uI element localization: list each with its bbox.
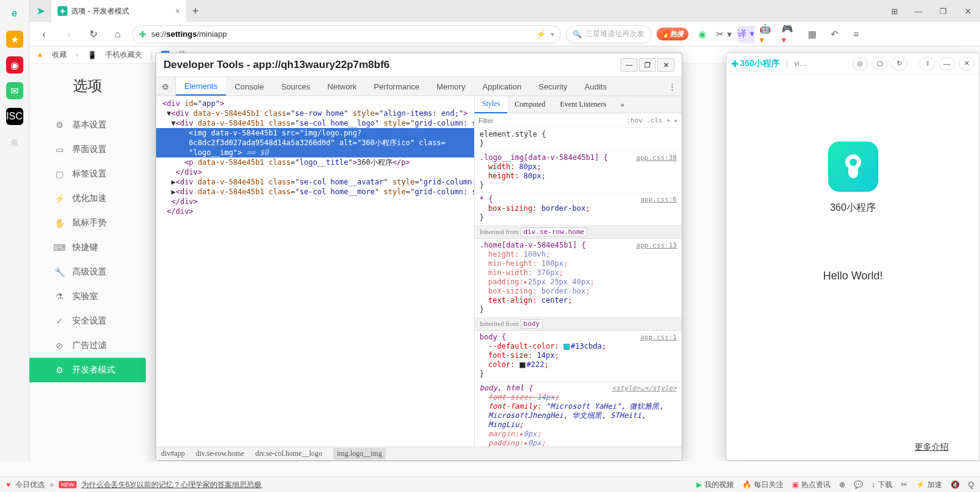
toolbar-robot-icon[interactable]: 🤖 ▾: [760, 26, 777, 43]
add-shortcut-icon[interactable]: ⊕: [6, 134, 23, 151]
hand-icon: ✋: [54, 218, 65, 228]
status-net-icon[interactable]: ⊕: [839, 480, 845, 489]
styles-panel: Styles Computed Event Listeners » :hov .…: [475, 96, 682, 447]
nav-home-button[interactable]: ⌂: [108, 25, 127, 44]
tab-memory[interactable]: Memory: [428, 77, 474, 96]
tab-audits[interactable]: Audits: [576, 77, 615, 96]
url-input[interactable]: ✚ se://settings/miniapp ⚡ ▾: [132, 25, 561, 44]
toolbar-translate-icon[interactable]: 译 ▾: [737, 26, 755, 43]
subtab-more-icon[interactable]: »: [613, 96, 631, 113]
tab-console[interactable]: Console: [226, 77, 273, 96]
nav-forward-button[interactable]: ›: [59, 25, 78, 44]
sidebar-item-basic[interactable]: ⚙基本设置: [54, 113, 146, 137]
status-download[interactable]: ↓下载: [872, 480, 892, 490]
gear-icon: ⚙: [54, 120, 65, 130]
shield-icon: ✓: [54, 316, 65, 326]
tab-application[interactable]: Application: [474, 77, 530, 96]
toolbar-menu-icon[interactable]: ≡: [848, 26, 865, 43]
sidebar-item-shortcut[interactable]: ⌨快捷键: [54, 235, 146, 260]
toolbar-grid-icon[interactable]: ▦: [804, 26, 821, 43]
sidebar-item-developer[interactable]: ⚙开发者模式: [29, 358, 146, 382]
mail-icon[interactable]: ✉: [6, 82, 23, 99]
devtools-maximize-button[interactable]: ❐: [639, 58, 656, 72]
tab-sources[interactable]: Sources: [273, 77, 319, 96]
devtools-minimize-button[interactable]: —: [620, 58, 638, 72]
status-screenshot-icon[interactable]: ✂: [901, 480, 907, 489]
window-close-button[interactable]: ✕: [956, 0, 980, 22]
bookmark-mobile[interactable]: 手机收藏夹: [105, 50, 142, 60]
nav-back-button[interactable]: ‹: [34, 25, 54, 44]
subtab-styles[interactable]: Styles: [475, 96, 507, 113]
bookmark-fav[interactable]: 收藏: [52, 50, 67, 60]
extensions-icon[interactable]: ⊞: [882, 0, 907, 22]
status-speed[interactable]: ⚡加速: [916, 480, 942, 490]
sidebar-item-mouse[interactable]: ✋鼠标手势: [54, 211, 146, 235]
hello-text: Hello World!: [739, 270, 967, 282]
tab-elements[interactable]: Elements: [176, 77, 226, 96]
devtools-more-icon[interactable]: ⋮: [662, 77, 682, 96]
sidebar-item-advanced[interactable]: 🔧高级设置: [54, 260, 146, 284]
window-maximize-button[interactable]: ❐: [931, 0, 956, 22]
shield-icon: ✚: [139, 29, 146, 39]
sidebar-item-optimize[interactable]: ⚡优化加速: [54, 186, 146, 211]
add-rule-icon[interactable]: +: [666, 116, 671, 124]
preview-header[interactable]: ✚ 360小程序 | vi… ◎ 🖵 ↻ ⦀ — ✕: [726, 53, 979, 74]
news-link[interactable]: 为什么会丢失6岁以前的记忆？心理学家的答案细思恐极: [81, 480, 262, 490]
status-chat-icon[interactable]: 💬: [854, 480, 863, 489]
url-dropdown-icon[interactable]: ▾: [551, 30, 554, 39]
more-link[interactable]: 更多介绍: [739, 442, 967, 453]
toolbar-game-icon[interactable]: 🎮 ▾: [782, 26, 799, 43]
new-tab-button[interactable]: +: [186, 2, 205, 20]
devtools-close-button[interactable]: ✕: [657, 58, 674, 72]
hot-search-button[interactable]: 🔥热搜: [657, 28, 688, 40]
preview-minimize-icon[interactable]: —: [939, 57, 955, 70]
search-input[interactable]: 🔍 三星堆遗址再次发: [566, 25, 652, 44]
isc-icon[interactable]: ISC: [6, 108, 23, 125]
expand-icon[interactable]: »: [50, 480, 54, 489]
sidebar-item-security[interactable]: ✓安全设置: [54, 309, 146, 333]
today-label[interactable]: 今日优选: [15, 480, 45, 490]
weibo-icon[interactable]: ◉: [6, 56, 23, 74]
tab-title: 选项 - 开发者模式: [71, 6, 129, 17]
sidebar-item-lab[interactable]: ⚗实验室: [54, 284, 146, 309]
status-daily[interactable]: 🔥每日关注: [742, 480, 783, 490]
status-volume-icon[interactable]: 🔇: [951, 480, 960, 489]
subtab-eventlisteners[interactable]: Event Listeners: [552, 96, 613, 113]
devtools-titlebar[interactable]: Developer Tools - app://qh13waury22p7m8b…: [156, 53, 682, 77]
toolbar-scissors-icon[interactable]: ✂ ▾: [715, 26, 733, 43]
dom-breadcrumb[interactable]: div#app div.se-row.home div.se-col.home_…: [156, 447, 682, 460]
compass-icon[interactable]: ➤: [29, 0, 51, 22]
favorites-icon[interactable]: ★: [6, 31, 23, 48]
preview-monitor-icon[interactable]: 🖵: [872, 57, 888, 70]
status-myvideo[interactable]: ▶我的视频: [696, 480, 734, 490]
styles-filter-input[interactable]: [478, 117, 623, 124]
hov-toggle[interactable]: :hov: [627, 116, 643, 124]
status-q-icon[interactable]: Q: [968, 480, 974, 489]
tab-security[interactable]: Security: [530, 77, 576, 96]
nav-reload-button[interactable]: ↻: [83, 25, 103, 44]
browser-logo-icon[interactable]: e: [6, 5, 23, 22]
toolbar-undo-icon[interactable]: ↶: [826, 26, 843, 43]
window-minimize-button[interactable]: —: [907, 0, 931, 22]
status-hotnews[interactable]: ▣热点资讯: [792, 480, 831, 490]
styles-rules[interactable]: element.style {} app.css:38.logo__img[da…: [475, 128, 682, 447]
dom-selected-node[interactable]: <img data-v-584e45b1 src="img/logo.png?: [156, 128, 474, 138]
tab-network[interactable]: Network: [319, 77, 366, 96]
preview-close-icon[interactable]: ✕: [959, 57, 974, 70]
sidebar-item-tabs[interactable]: ▢标签设置: [54, 162, 146, 186]
sidebar-item-adblock[interactable]: ⊘广告过滤: [54, 333, 146, 358]
tab-performance[interactable]: Performance: [365, 77, 428, 96]
tab-close-icon[interactable]: ×: [175, 6, 180, 16]
preview-target-icon[interactable]: ◎: [852, 57, 868, 70]
sidebar-item-interface[interactable]: ▭界面设置: [54, 137, 146, 162]
cls-toggle[interactable]: .cls: [646, 116, 663, 124]
preview-settings-icon[interactable]: ⦀: [919, 57, 935, 70]
subtab-computed[interactable]: Computed: [507, 96, 552, 113]
toolbar-eye-icon[interactable]: ◉: [693, 26, 710, 43]
browser-tab[interactable]: ✚ 选项 - 开发者模式 ×: [51, 0, 186, 22]
element-picker-icon[interactable]: ⯐: [156, 77, 176, 96]
preview-reload-icon[interactable]: ↻: [891, 57, 907, 70]
dom-tree[interactable]: <div id="app"> ▼<div data-v-584e45b1 cla…: [156, 96, 475, 447]
pin-icon[interactable]: ▸: [674, 116, 678, 124]
address-bar: ‹ › ↻ ⌂ ✚ se://settings/miniapp ⚡ ▾ 🔍 三星…: [29, 22, 980, 47]
